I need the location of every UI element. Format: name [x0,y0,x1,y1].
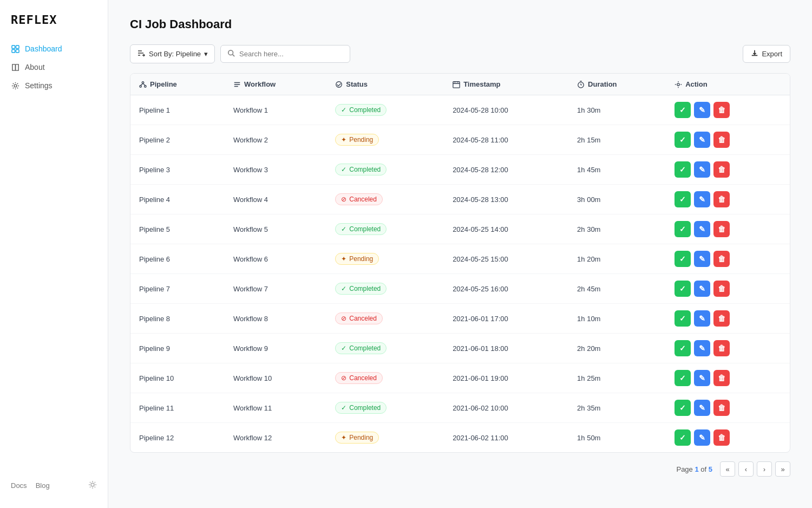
table-row: Pipeline 10Workflow 10 ⊘ Canceled 2021-0… [130,363,790,393]
search-box [220,45,350,63]
table-row: Pipeline 11Workflow 11 ✓ Completed 2021-… [130,393,790,423]
gear-icon [11,81,19,90]
cell-duration: 2h 20m [568,334,666,363]
delete-button[interactable]: 🗑 [713,102,730,118]
toolbar: Sort By: Pipeline ▾ [130,44,790,63]
status-badge: ✓ Completed [335,104,387,116]
status-badge: ✓ Completed [335,223,387,235]
delete-button[interactable]: 🗑 [713,370,730,386]
sidebar-item-about[interactable]: About [0,58,108,76]
cell-action: ✓ ✎ 🗑 [666,363,790,393]
col-workflow: Workflow [225,74,326,95]
confirm-button[interactable]: ✓ [675,370,691,386]
table-row: Pipeline 9Workflow 9 ✓ Completed 2021-06… [130,334,790,363]
edit-button[interactable]: ✎ [694,400,710,416]
edit-button[interactable]: ✎ [694,191,710,207]
cell-status: ✦ Pending [326,244,444,274]
edit-button[interactable]: ✎ [694,221,710,237]
cell-action: ✓ ✎ 🗑 [666,155,790,185]
confirm-button[interactable]: ✓ [675,251,691,267]
page-title: CI Job Dashboard [130,17,790,31]
confirm-button[interactable]: ✓ [675,429,691,446]
confirm-button[interactable]: ✓ [675,221,691,237]
search-input[interactable] [239,50,343,58]
cell-workflow: Workflow 2 [225,125,326,155]
edit-button[interactable]: ✎ [694,102,710,118]
cell-pipeline: Pipeline 7 [130,274,225,304]
edit-button[interactable]: ✎ [694,161,710,178]
edit-button[interactable]: ✎ [694,281,710,297]
table-row: Pipeline 7Workflow 7 ✓ Completed 2024-05… [130,274,790,304]
last-page-button[interactable]: » [775,461,790,477]
cell-status: ✓ Completed [326,214,444,244]
sidebar-item-settings[interactable]: Settings [0,76,108,95]
svg-point-20 [142,81,144,83]
confirm-button[interactable]: ✓ [675,161,691,178]
sort-icon [137,49,146,59]
export-button[interactable]: Export [743,45,790,63]
cell-workflow: Workflow 8 [225,304,326,334]
delete-button[interactable]: 🗑 [713,310,730,327]
edit-button[interactable]: ✎ [694,310,710,327]
status-badge: ⊘ Canceled [335,372,383,384]
delete-button[interactable]: 🗑 [713,251,730,267]
confirm-button[interactable]: ✓ [675,281,691,297]
delete-button[interactable]: 🗑 [713,221,730,237]
cell-timestamp: 2021-06-02 10:00 [444,393,568,423]
svg-rect-3 [16,49,19,53]
col-pipeline: Pipeline [130,74,225,95]
status-icon: ✓ [341,404,346,412]
edit-button[interactable]: ✎ [694,370,710,386]
sidebar-item-about-label: About [25,63,45,71]
delete-button[interactable]: 🗑 [713,400,730,416]
cell-status: ✓ Completed [326,155,444,185]
blog-link[interactable]: Blog [36,481,50,490]
sort-button[interactable]: Sort By: Pipeline ▾ [130,44,215,63]
cell-pipeline: Pipeline 4 [130,185,225,214]
delete-button[interactable]: 🗑 [713,340,730,356]
sun-icon[interactable] [88,480,97,491]
delete-button[interactable]: 🗑 [713,132,730,148]
sidebar-item-dashboard[interactable]: Dashboard [0,40,108,58]
confirm-button[interactable]: ✓ [675,400,691,416]
docs-link[interactable]: Docs [11,481,27,490]
cell-pipeline: Pipeline 12 [130,423,225,453]
confirm-button[interactable]: ✓ [675,191,691,207]
delete-button[interactable]: 🗑 [713,281,730,297]
next-page-button[interactable]: › [757,461,772,477]
cell-action: ✓ ✎ 🗑 [666,244,790,274]
svg-rect-0 [11,45,15,48]
prev-page-button[interactable]: ‹ [738,461,754,477]
cell-duration: 2h 15m [568,125,666,155]
svg-point-37 [677,83,679,85]
edit-button[interactable]: ✎ [694,251,710,267]
cell-pipeline: Pipeline 11 [130,393,225,423]
confirm-button[interactable]: ✓ [675,310,691,327]
cell-workflow: Workflow 5 [225,214,326,244]
cell-workflow: Workflow 6 [225,244,326,274]
cell-status: ✦ Pending [326,125,444,155]
delete-button[interactable]: 🗑 [713,429,730,446]
confirm-button[interactable]: ✓ [675,340,691,356]
edit-button[interactable]: ✎ [694,132,710,148]
confirm-button[interactable]: ✓ [675,102,691,118]
cell-action: ✓ ✎ 🗑 [666,423,790,453]
status-icon: ⊘ [341,196,346,203]
svg-point-22 [145,85,147,87]
cell-timestamp: 2024-05-25 14:00 [444,214,568,244]
edit-button[interactable]: ✎ [694,429,710,446]
cell-pipeline: Pipeline 5 [130,214,225,244]
cell-workflow: Workflow 11 [225,393,326,423]
svg-point-4 [14,84,17,87]
edit-button[interactable]: ✎ [694,340,710,356]
first-page-button[interactable]: « [720,461,735,477]
cell-duration: 1h 25m [568,363,666,393]
delete-button[interactable]: 🗑 [713,161,730,178]
cell-action: ✓ ✎ 🗑 [666,393,790,423]
status-badge: ✓ Completed [335,164,387,175]
confirm-button[interactable]: ✓ [675,132,691,148]
cell-status: ✦ Pending [326,423,444,453]
table-row: Pipeline 6Workflow 6 ✦ Pending 2024-05-2… [130,244,790,274]
cell-workflow: Workflow 1 [225,95,326,125]
delete-button[interactable]: 🗑 [713,191,730,207]
